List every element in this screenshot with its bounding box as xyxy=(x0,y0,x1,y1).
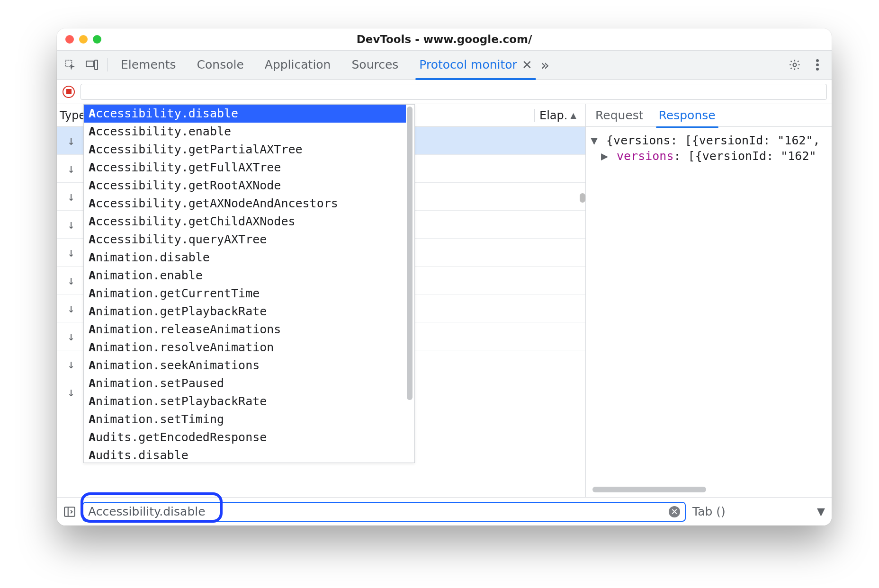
tab-protocol-monitor[interactable]: Protocol monitor✕ xyxy=(417,50,534,80)
tab-hint-label: Tab () xyxy=(692,505,726,518)
direction-down-icon: ↓ xyxy=(57,245,85,259)
filter-bar xyxy=(57,80,832,104)
json-root-text: {versions: [{versionId: "162", xyxy=(606,134,820,147)
close-tab-icon[interactable]: ✕ xyxy=(522,59,532,71)
command-input[interactable]: Accessibility.disable ✕ xyxy=(82,502,686,522)
window-controls xyxy=(65,35,101,44)
autocomplete-item[interactable]: Accessibility.getRootAXNode xyxy=(84,177,406,195)
autocomplete-item[interactable]: Accessibility.getFullAXTree xyxy=(84,159,406,177)
clear-input-icon[interactable]: ✕ xyxy=(669,506,680,517)
details-horizontal-scrollbar[interactable] xyxy=(592,487,706,492)
tab-application[interactable]: Application xyxy=(263,50,333,80)
svg-point-5 xyxy=(816,63,819,66)
kebab-menu-icon[interactable] xyxy=(811,58,824,71)
command-input-value: Accessibility.disable xyxy=(88,505,206,518)
response-body: ▼ {versions: [{versionId: "162", ▶ versi… xyxy=(586,127,832,497)
window-title: DevTools - www.google.com/ xyxy=(57,33,832,45)
command-bar: Accessibility.disable ✕ Tab () ▼ xyxy=(57,497,832,526)
json-key: versions xyxy=(617,149,673,163)
settings-gear-icon[interactable] xyxy=(788,58,801,71)
autocomplete-item[interactable]: Audits.getEncodedResponse xyxy=(84,428,406,446)
svg-point-4 xyxy=(816,59,819,62)
sort-asc-icon: ▲ xyxy=(570,111,576,120)
direction-down-icon: ↓ xyxy=(57,385,85,399)
zoom-window-button[interactable] xyxy=(93,35,101,44)
autocomplete-item[interactable]: Accessibility.getPartialAXTree xyxy=(84,141,406,159)
popup-scrollbar[interactable] xyxy=(407,107,413,400)
json-root-line[interactable]: ▼ {versions: [{versionId: "162", xyxy=(591,133,827,148)
direction-down-icon: ↓ xyxy=(57,329,85,343)
toggle-left-panel-icon[interactable] xyxy=(63,506,76,518)
details-tab-request[interactable]: Request xyxy=(594,108,645,122)
autocomplete-item[interactable]: Animation.setPaused xyxy=(84,374,406,392)
direction-down-icon: ↓ xyxy=(57,189,85,204)
column-elapsed[interactable]: Elap. ▲ xyxy=(534,109,585,122)
svg-rect-7 xyxy=(64,507,75,517)
direction-down-icon: ↓ xyxy=(57,161,85,176)
column-elapsed-label: Elap. xyxy=(539,109,567,122)
autocomplete-item[interactable]: Animation.getPlaybackRate xyxy=(84,303,406,321)
details-pane: RequestResponse ▼ {versions: [{versionId… xyxy=(585,104,832,497)
autocomplete-item[interactable]: Accessibility.disable xyxy=(84,105,406,123)
autocomplete-popup: Accessibility.disableAccessibility.enabl… xyxy=(83,104,415,463)
column-type[interactable]: Type xyxy=(57,109,85,122)
autocomplete-item[interactable]: Animation.resolveAnimation xyxy=(84,339,406,356)
device-toolbar-icon[interactable] xyxy=(85,58,99,71)
json-child-line[interactable]: ▶ versions: [{versionId: "162" xyxy=(591,148,827,164)
autocomplete-item[interactable]: Accessibility.queryAXTree xyxy=(84,231,406,249)
json-value: : [{versionId: "162" xyxy=(673,149,816,163)
autocomplete-item[interactable]: Animation.enable xyxy=(84,267,406,285)
more-tabs-button[interactable]: » xyxy=(541,57,549,73)
direction-down-icon: ↓ xyxy=(57,134,85,148)
autocomplete-item[interactable]: Audits.disable xyxy=(84,446,406,463)
devtools-window: DevTools - www.google.com/ ElementsConso… xyxy=(57,28,832,526)
protocol-log-pane: Type se Elap. ▲ ↓ions":[…↓estId":…↓estId… xyxy=(57,104,585,497)
autocomplete-item[interactable]: Animation.setPlaybackRate xyxy=(84,392,406,410)
svg-point-3 xyxy=(793,63,797,67)
autocomplete-item[interactable]: Accessibility.enable xyxy=(84,123,406,141)
autocomplete-item[interactable]: Animation.getCurrentTime xyxy=(84,285,406,303)
dropdown-caret-icon[interactable]: ▼ xyxy=(817,506,825,517)
direction-down-icon: ↓ xyxy=(57,301,85,315)
autocomplete-item[interactable]: Animation.releaseAnimations xyxy=(84,321,406,339)
svg-rect-2 xyxy=(95,60,98,70)
close-window-button[interactable] xyxy=(65,35,74,44)
svg-rect-1 xyxy=(86,61,94,67)
tab-elements[interactable]: Elements xyxy=(119,50,178,80)
disclosure-down-icon[interactable]: ▼ xyxy=(591,134,599,147)
tab-console[interactable]: Console xyxy=(195,50,246,80)
main-toolbar: ElementsConsoleApplicationSourcesProtoco… xyxy=(57,50,832,80)
filter-input[interactable] xyxy=(81,84,827,100)
direction-down-icon: ↓ xyxy=(57,217,85,232)
disclosure-right-icon[interactable]: ▶ xyxy=(601,149,610,163)
autocomplete-item[interactable]: Accessibility.getAXNodeAndAncestors xyxy=(84,195,406,213)
inspect-element-icon[interactable] xyxy=(63,58,77,71)
details-tab-response[interactable]: Response xyxy=(658,108,717,122)
minimize-window-button[interactable] xyxy=(79,35,88,44)
record-button[interactable] xyxy=(62,85,76,99)
tab-hint[interactable]: Tab () ▼ xyxy=(692,505,825,518)
autocomplete-item[interactable]: Animation.seekAnimations xyxy=(84,356,406,374)
toolbar-separator xyxy=(107,58,108,71)
autocomplete-item[interactable]: Accessibility.getChildAXNodes xyxy=(84,213,406,231)
titlebar: DevTools - www.google.com/ xyxy=(57,28,832,50)
left-vertical-scrollbar[interactable] xyxy=(580,193,585,203)
direction-down-icon: ↓ xyxy=(57,273,85,287)
direction-down-icon: ↓ xyxy=(57,357,85,371)
svg-point-6 xyxy=(816,68,819,71)
autocomplete-item[interactable]: Animation.setTiming xyxy=(84,410,406,428)
tab-sources[interactable]: Sources xyxy=(350,50,400,80)
autocomplete-item[interactable]: Animation.disable xyxy=(84,249,406,267)
